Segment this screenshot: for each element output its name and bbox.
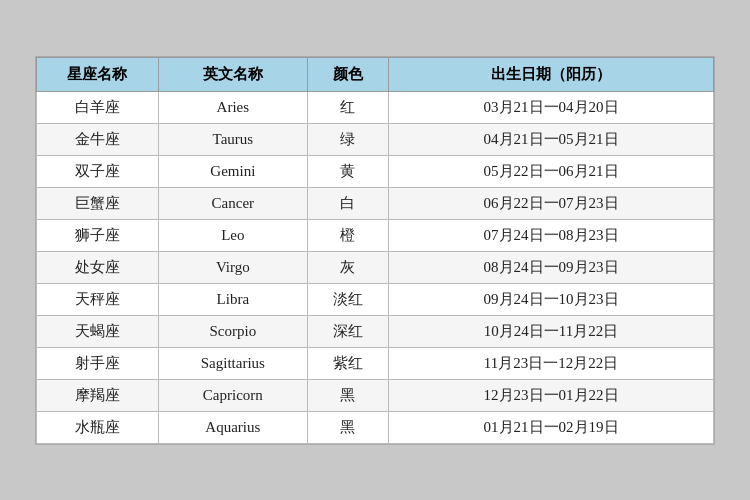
table-row: 天蝎座Scorpio深红10月24日一11月22日 [37,315,714,347]
header-chinese: 星座名称 [37,57,159,91]
cell-english: Aquarius [158,411,307,443]
cell-color: 深红 [307,315,388,347]
cell-chinese: 射手座 [37,347,159,379]
header-english: 英文名称 [158,57,307,91]
cell-english: Libra [158,283,307,315]
cell-date: 12月23日一01月22日 [389,379,714,411]
cell-color: 黄 [307,155,388,187]
cell-date: 03月21日一04月20日 [389,91,714,123]
cell-english: Capricorn [158,379,307,411]
table-row: 巨蟹座Cancer白06月22日一07月23日 [37,187,714,219]
table-row: 射手座Sagittarius紫红11月23日一12月22日 [37,347,714,379]
table-row: 金牛座Taurus绿04月21日一05月21日 [37,123,714,155]
header-color: 颜色 [307,57,388,91]
cell-color: 紫红 [307,347,388,379]
zodiac-table: 星座名称 英文名称 颜色 出生日期（阳历） 白羊座Aries红03月21日一04… [36,57,714,444]
cell-color: 灰 [307,251,388,283]
table-header-row: 星座名称 英文名称 颜色 出生日期（阳历） [37,57,714,91]
cell-date: 07月24日一08月23日 [389,219,714,251]
cell-chinese: 处女座 [37,251,159,283]
cell-english: Scorpio [158,315,307,347]
cell-english: Taurus [158,123,307,155]
cell-date: 05月22日一06月21日 [389,155,714,187]
cell-date: 06月22日一07月23日 [389,187,714,219]
table-row: 双子座Gemini黄05月22日一06月21日 [37,155,714,187]
cell-english: Cancer [158,187,307,219]
cell-date: 11月23日一12月22日 [389,347,714,379]
cell-chinese: 摩羯座 [37,379,159,411]
cell-english: Sagittarius [158,347,307,379]
table-row: 天秤座Libra淡红09月24日一10月23日 [37,283,714,315]
cell-date: 04月21日一05月21日 [389,123,714,155]
cell-chinese: 双子座 [37,155,159,187]
cell-chinese: 天蝎座 [37,315,159,347]
cell-chinese: 金牛座 [37,123,159,155]
cell-color: 黑 [307,411,388,443]
cell-color: 白 [307,187,388,219]
cell-chinese: 白羊座 [37,91,159,123]
header-date: 出生日期（阳历） [389,57,714,91]
cell-date: 08月24日一09月23日 [389,251,714,283]
zodiac-table-container: 星座名称 英文名称 颜色 出生日期（阳历） 白羊座Aries红03月21日一04… [35,56,715,445]
cell-chinese: 狮子座 [37,219,159,251]
cell-english: Gemini [158,155,307,187]
table-row: 水瓶座Aquarius黑01月21日一02月19日 [37,411,714,443]
cell-english: Leo [158,219,307,251]
table-row: 处女座Virgo灰08月24日一09月23日 [37,251,714,283]
table-row: 白羊座Aries红03月21日一04月20日 [37,91,714,123]
cell-chinese: 巨蟹座 [37,187,159,219]
table-row: 狮子座Leo橙07月24日一08月23日 [37,219,714,251]
cell-english: Virgo [158,251,307,283]
cell-chinese: 水瓶座 [37,411,159,443]
cell-color: 橙 [307,219,388,251]
cell-date: 09月24日一10月23日 [389,283,714,315]
table-body: 白羊座Aries红03月21日一04月20日金牛座Taurus绿04月21日一0… [37,91,714,443]
cell-color: 绿 [307,123,388,155]
cell-date: 10月24日一11月22日 [389,315,714,347]
table-row: 摩羯座Capricorn黑12月23日一01月22日 [37,379,714,411]
cell-color: 淡红 [307,283,388,315]
cell-color: 黑 [307,379,388,411]
cell-english: Aries [158,91,307,123]
cell-chinese: 天秤座 [37,283,159,315]
cell-date: 01月21日一02月19日 [389,411,714,443]
cell-color: 红 [307,91,388,123]
